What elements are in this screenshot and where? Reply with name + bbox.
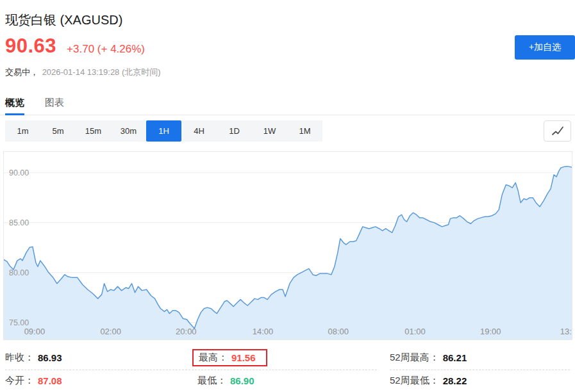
status-row: 交易中， 2026-01-14 13:19:28 (北京时间) — [5, 67, 161, 78]
x-axis-label: 14:00 — [253, 327, 273, 336]
x-axis-label: 01:00 — [404, 327, 425, 336]
y-axis-label: 75.00 — [9, 318, 29, 327]
quote-page: 现货白银 (XAGUSD) +加自选 90.63 +3.70 (+ 4.26%)… — [0, 0, 575, 392]
price-chart-svg: 75.0080.0085.0090.0009:0002:0020:0014:00… — [4, 152, 572, 339]
range-button-1w[interactable]: 1W — [252, 120, 287, 142]
y-axis-label: 80.00 — [9, 268, 29, 277]
chart-toolbar: 1m5m15m30m1H4H1D1W1M — [5, 120, 571, 142]
page-title: 现货白银 (XAGUSD) — [5, 12, 122, 29]
tab-overview[interactable]: 概览 — [5, 94, 24, 115]
last-price: 90.63 — [5, 35, 56, 58]
stat-label: 昨收： — [5, 352, 34, 364]
stat-value: 86.90 — [230, 375, 254, 386]
price-row: 90.63 +3.70 (+ 4.26%) — [5, 35, 145, 58]
stats-divider — [390, 370, 570, 370]
x-axis-label: 19:00 — [480, 327, 501, 336]
range-button-30m[interactable]: 30m — [111, 120, 146, 142]
add-watchlist-button[interactable]: +加自选 — [515, 35, 575, 60]
stat-label: 52周最低： — [390, 375, 439, 387]
range-button-1d[interactable]: 1D — [217, 120, 252, 142]
highlight-box: 最高：91.56 — [192, 349, 267, 366]
stat-value: 87.08 — [38, 375, 62, 386]
tab-overview-label: 概览 — [5, 97, 24, 108]
stat-value: 28.22 — [443, 375, 467, 386]
range-button-1m[interactable]: 1m — [5, 120, 40, 142]
quote-timestamp: 2026-01-14 13:19:28 (北京时间) — [42, 67, 161, 77]
chart-type-button[interactable] — [544, 120, 571, 142]
stat-value: 86.93 — [38, 352, 62, 363]
price-chart[interactable]: 75.0080.0085.0090.0009:0002:0020:0014:00… — [3, 151, 572, 340]
stat-prev-close: 昨收：86.93 — [5, 352, 197, 364]
x-axis-label: 13:00 — [560, 327, 572, 336]
range-toolbar: 1m5m15m30m1H4H1D1W1M — [5, 120, 322, 142]
range-button-1h[interactable]: 1H — [146, 120, 181, 142]
x-axis-label: 02:00 — [100, 327, 121, 336]
x-axis-label: 08:00 — [328, 327, 349, 336]
stat-label: 最低： — [197, 375, 226, 387]
y-axis-label: 85.00 — [9, 218, 29, 227]
stat-week52-low: 52周最低：28.22 — [390, 375, 570, 387]
stat-high: 最高：91.56 — [197, 349, 390, 366]
stat-week52-high: 52周最高：86.21 — [390, 352, 570, 364]
view-tabs: 概览 图表 — [0, 94, 575, 115]
range-button-15m[interactable]: 15m — [76, 120, 111, 142]
stat-value: 91.56 — [231, 352, 256, 363]
range-button-1m[interactable]: 1M — [287, 120, 322, 142]
stat-open: 今开：87.08 — [5, 375, 197, 387]
range-button-5m[interactable]: 5m — [40, 120, 76, 142]
stats-grid: 昨收：86.93今开：87.08最高：91.56最低：86.9052周最高：86… — [5, 346, 570, 391]
stat-low: 最低：86.90 — [197, 375, 390, 387]
stats-divider — [5, 370, 377, 370]
stat-label: 今开： — [5, 375, 34, 387]
range-button-4h[interactable]: 4H — [181, 120, 217, 142]
trading-status: 交易中， — [5, 67, 38, 77]
price-change: +3.70 (+ 4.26%) — [67, 43, 145, 56]
y-axis-label: 90.00 — [9, 168, 29, 177]
stat-value: 86.21 — [443, 352, 467, 363]
x-axis-label: 09:00 — [24, 327, 45, 336]
x-axis-label: 20:00 — [176, 327, 196, 336]
chart-area-fill — [4, 167, 572, 339]
tab-chart-label: 图表 — [45, 97, 64, 108]
stats-panel: 昨收：86.93今开：87.08最高：91.56最低：86.9052周最高：86… — [5, 346, 570, 391]
tab-chart[interactable]: 图表 — [45, 94, 64, 115]
stat-label: 52周最高： — [390, 352, 439, 364]
stat-label: 最高： — [199, 352, 228, 364]
line-chart-icon — [551, 126, 565, 136]
